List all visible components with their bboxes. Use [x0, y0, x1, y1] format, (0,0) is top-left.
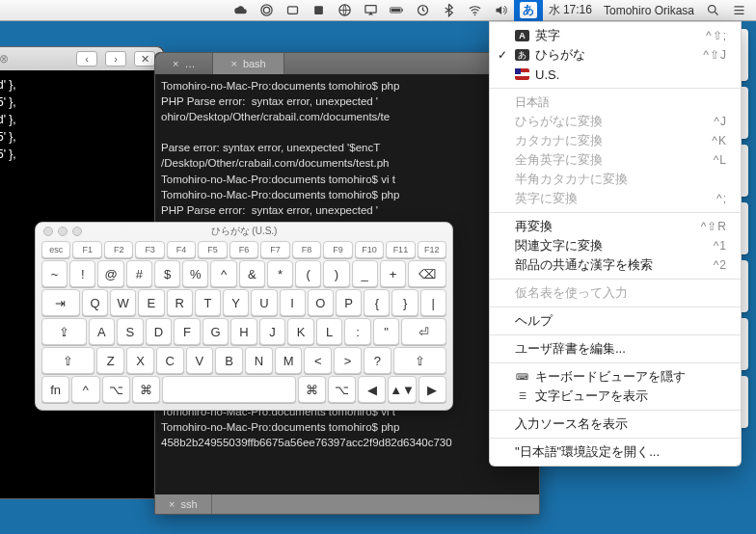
menubar-cc-icon[interactable]	[254, 0, 280, 21]
key-⌫[interactable]: ⌫	[408, 260, 446, 287]
key-E[interactable]: E	[138, 289, 164, 316]
key-X[interactable]: X	[126, 347, 154, 374]
notification-center-icon[interactable]	[726, 0, 752, 21]
close-icon[interactable]: ×	[230, 58, 236, 69]
menubar-timemachine-icon[interactable]	[410, 0, 436, 21]
key-<[interactable]: <	[304, 347, 332, 374]
key-H[interactable]: H	[230, 318, 257, 345]
key-⌘[interactable]: ⌘	[132, 376, 160, 403]
key-◀[interactable]: ◀	[358, 376, 386, 403]
key-R[interactable]: R	[167, 289, 193, 316]
help-item[interactable]: ヘルプ	[490, 311, 741, 331]
key-U[interactable]: U	[251, 289, 277, 316]
key-([interactable]: (	[295, 260, 321, 287]
key-G[interactable]: G	[202, 318, 230, 345]
key-}[interactable]: }	[392, 289, 418, 316]
menubar-input-source[interactable]: あ	[514, 0, 543, 21]
key-⇧[interactable]: ⇧	[393, 347, 446, 374]
key-*[interactable]: *	[267, 260, 293, 287]
key-B[interactable]: B	[215, 347, 243, 374]
reconvert[interactable]: 再変換^⇧R	[490, 217, 741, 236]
key-W[interactable]: W	[110, 289, 136, 316]
menubar-bluetooth-icon[interactable]	[436, 0, 462, 21]
key-+[interactable]: +	[380, 260, 406, 287]
key-:[interactable]: :	[344, 318, 371, 345]
key-F[interactable]: F	[174, 318, 201, 345]
key-~[interactable]: ~	[41, 260, 68, 287]
related-chars[interactable]: 関連文字に変換^1	[490, 236, 741, 255]
key-F2[interactable]: F2	[104, 241, 133, 258]
show-input-source-name[interactable]: 入力ソース名を表示	[490, 414, 741, 434]
key-⇥[interactable]: ⇥	[41, 289, 80, 316]
menubar-battery-icon[interactable]	[384, 0, 410, 21]
key-T[interactable]: T	[195, 289, 221, 316]
key-F4[interactable]: F4	[167, 241, 196, 258]
search-kanji-parts[interactable]: 部品の共通な漢字を検索^2	[490, 255, 741, 275]
keyboard-viewer[interactable]: ひらがな (U.S.) escF1F2F3F4F5F6F7F8F9F10F11F…	[35, 222, 453, 411]
key-space[interactable]	[162, 376, 295, 403]
menubar-lang-icon[interactable]	[332, 0, 358, 21]
back-button[interactable]: ‹	[76, 51, 97, 67]
key-I[interactable]: I	[280, 289, 306, 316]
menubar-tray-icon[interactable]	[280, 0, 306, 21]
key-▲▼[interactable]: ▲▼	[388, 376, 416, 403]
menubar-airplay-icon[interactable]	[358, 0, 384, 21]
key-esc[interactable]: esc	[41, 241, 70, 258]
key-^[interactable]: ^	[210, 260, 236, 287]
traffic-zoom[interactable]	[72, 227, 82, 236]
key-O[interactable]: O	[308, 289, 334, 316]
key-D[interactable]: D	[146, 318, 173, 345]
key-⌘[interactable]: ⌘	[298, 376, 326, 403]
key-)[interactable]: )	[323, 260, 349, 287]
menubar-user[interactable]: Tomohiro Orikasa	[598, 0, 700, 21]
key-⌥[interactable]: ⌥	[102, 376, 130, 403]
edit-user-dict[interactable]: ユーザ辞書を編集...	[490, 339, 741, 359]
key-P[interactable]: P	[336, 289, 362, 316]
menubar-wifi-icon[interactable]	[462, 0, 488, 21]
close-icon[interactable]: ×	[173, 58, 178, 69]
terminal-tab[interactable]: ×…	[155, 53, 213, 74]
key-⌥[interactable]: ⌥	[328, 376, 356, 403]
menubar-volume-icon[interactable]	[488, 0, 514, 21]
key-%[interactable]: %	[182, 260, 208, 287]
key-J[interactable]: J	[259, 318, 286, 345]
input-source-item-hiragana[interactable]: ✓あひらがな^⇧J	[490, 45, 741, 65]
key-S[interactable]: S	[117, 318, 144, 345]
key-F9[interactable]: F9	[323, 241, 352, 258]
key-"[interactable]: "	[373, 318, 400, 345]
key-F7[interactable]: F7	[260, 241, 289, 258]
key-#[interactable]: #	[126, 260, 152, 287]
key-⏎[interactable]: ⏎	[401, 318, 446, 345]
close-icon[interactable]: ×	[169, 498, 175, 510]
key-?[interactable]: ?	[364, 347, 392, 374]
key-⇪[interactable]: ⇪	[41, 318, 87, 345]
close-tab-icon[interactable]: ⊗	[0, 52, 9, 66]
input-source-item-us[interactable]: U.S.	[490, 65, 741, 84]
key-F1[interactable]: F1	[72, 241, 101, 258]
key-K[interactable]: K	[287, 318, 314, 345]
key-F12[interactable]: F12	[418, 241, 446, 258]
key-F8[interactable]: F8	[292, 241, 321, 258]
key->[interactable]: >	[334, 347, 362, 374]
show-char-viewer[interactable]: ☰文字ビューアを表示	[490, 387, 741, 406]
forward-button[interactable]: ›	[105, 51, 126, 67]
traffic-min[interactable]	[58, 227, 68, 236]
key-Z[interactable]: Z	[96, 347, 124, 374]
close-button[interactable]: ✕	[134, 51, 155, 67]
spotlight-icon[interactable]	[700, 0, 726, 21]
key-A[interactable]: A	[89, 318, 116, 345]
menubar-app-icon[interactable]	[306, 0, 332, 21]
key-$[interactable]: $	[154, 260, 180, 287]
key-▶[interactable]: ▶	[418, 376, 446, 403]
hide-keyboard-viewer[interactable]: ⌨キーボードビューアを隠す	[490, 367, 741, 387]
menubar-clock[interactable]: 水 17:16	[543, 0, 598, 21]
key-N[interactable]: N	[245, 347, 273, 374]
key-@[interactable]: @	[97, 260, 123, 287]
key-&[interactable]: &	[239, 260, 265, 287]
input-source-item-eiji[interactable]: A英字^⇧;	[490, 26, 741, 45]
key-⇧[interactable]: ⇧	[41, 347, 94, 374]
key-![interactable]: !	[69, 260, 95, 287]
key-F6[interactable]: F6	[230, 241, 258, 258]
traffic-close[interactable]	[43, 227, 53, 236]
key-F10[interactable]: F10	[355, 241, 384, 258]
